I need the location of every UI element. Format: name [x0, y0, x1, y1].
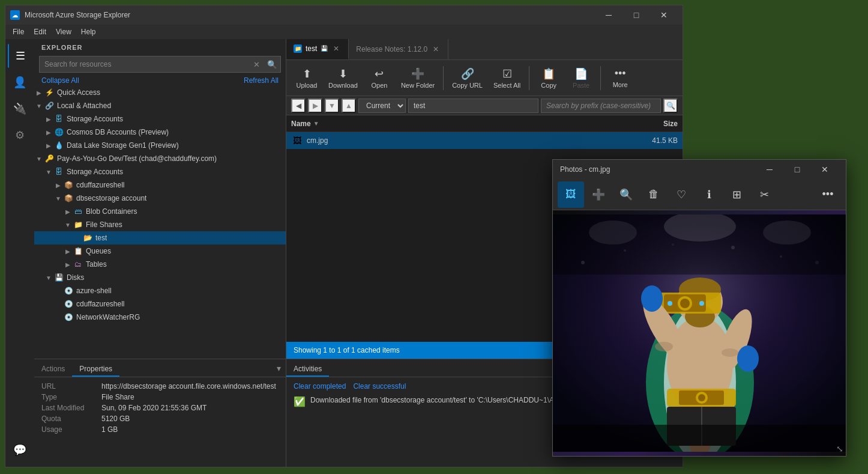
tree-quick-access[interactable]: ▶ ⚡ Quick Access: [34, 86, 286, 99]
select-all-button[interactable]: ☑ Select All: [489, 62, 525, 94]
chevron-icon: ▶: [63, 258, 73, 271]
menu-view[interactable]: View: [51, 26, 76, 37]
open-icon: ↩: [375, 67, 384, 81]
chevron-icon: ▶: [44, 139, 53, 152]
search-clear-button[interactable]: ✕: [249, 56, 264, 73]
open-button[interactable]: ↩ Open: [364, 62, 395, 94]
svg-point-18: [680, 299, 690, 308]
tab-test-label: test: [306, 44, 317, 53]
tab-actions[interactable]: Actions: [34, 362, 72, 377]
select-all-label: Select All: [493, 82, 520, 89]
copy-button[interactable]: 📋 Copy: [533, 62, 564, 94]
sidebar-account-btn[interactable]: 👤: [8, 70, 32, 94]
tree-cosmos-db[interactable]: ▶ 🌐 Cosmos DB Accounts (Preview): [34, 126, 286, 139]
prefix-search-input[interactable]: [541, 99, 661, 113]
up-button[interactable]: ▲: [342, 99, 356, 113]
refresh-all-link[interactable]: Refresh All: [244, 76, 279, 85]
chevron-down-icon: ▼: [44, 165, 53, 178]
chevron-icon: ▶: [63, 205, 73, 218]
svg-point-27: [641, 285, 663, 312]
chevron-right-icon: ▶: [44, 112, 53, 126]
resize-handle[interactable]: ⤡: [836, 444, 843, 454]
prop-url-key: URL: [41, 382, 101, 390]
photos-content: [553, 210, 846, 456]
tree-networkwatcher[interactable]: 💿 NetworkWatcherRG: [34, 311, 286, 324]
down-button[interactable]: ▼: [325, 99, 339, 113]
tab-properties[interactable]: Properties: [72, 362, 119, 377]
more-button[interactable]: ••• More: [604, 62, 636, 94]
tree-storage-local[interactable]: ▶ 🗄 Storage Accounts: [34, 112, 286, 126]
menu-help[interactable]: Help: [76, 26, 101, 37]
photos-delete-btn[interactable]: 🗑: [640, 181, 667, 208]
photos-more-btn[interactable]: •••: [815, 181, 841, 208]
paste-button[interactable]: 📄 Paste: [565, 62, 597, 94]
tab-test-close[interactable]: ✕: [331, 44, 341, 53]
tree-file-shares[interactable]: ▼ 📁 File Shares: [34, 218, 286, 231]
photos-info-btn[interactable]: ℹ: [696, 181, 722, 208]
tree-tables[interactable]: ▶ 🗂 Tables: [34, 258, 286, 271]
tree-subscription[interactable]: ▼ 🔑 Pay-As-You-Go Dev/Test (chad@chadduf…: [34, 152, 286, 165]
close-button[interactable]: ✕: [650, 5, 678, 25]
table-row[interactable]: 🖼 cm.jpg 41.5 KB: [286, 132, 683, 149]
data-lake-label: Data Lake Storage Gen1 (Preview): [67, 141, 179, 150]
queues-icon: 📋: [73, 246, 83, 257]
tree-blob[interactable]: ▶ 🗃 Blob Containers: [34, 205, 286, 218]
tree-storage-sub[interactable]: ▼ 🗄 Storage Accounts: [34, 165, 286, 178]
download-button[interactable]: ⬇ Download: [324, 62, 363, 94]
sidebar-connect-btn[interactable]: 🔌: [8, 97, 32, 121]
menu-file[interactable]: File: [8, 26, 29, 37]
upload-button[interactable]: ⬆ Upload: [291, 62, 322, 94]
clear-completed-link[interactable]: Clear completed: [294, 382, 346, 390]
prop-quota-key: Quota: [41, 415, 101, 423]
copy-url-button[interactable]: 🔗 Copy URL: [447, 62, 487, 94]
tree-azure-shell[interactable]: 💿 azure-shell: [34, 284, 286, 297]
tree-data-lake[interactable]: ▶ 💧 Data Lake Storage Gen1 (Preview): [34, 139, 286, 152]
tab-release[interactable]: Release Notes: 1.12.0 ✕: [349, 39, 448, 59]
forward-button[interactable]: ▶: [308, 99, 322, 113]
photos-minimize-btn[interactable]: ─: [756, 160, 783, 179]
tab-activities[interactable]: Activities: [286, 362, 329, 377]
maximize-button[interactable]: □: [622, 5, 650, 25]
svg-point-29: [655, 342, 673, 351]
quick-access-icon: ⚡: [44, 87, 55, 98]
path-input[interactable]: [408, 99, 538, 113]
sidebar-feedback-btn[interactable]: 💬: [8, 438, 32, 462]
tree-cduffazure2[interactable]: 💿 cduffazureshell: [34, 297, 286, 311]
local-attached-icon: 🔗: [44, 100, 55, 111]
tree-local-attached[interactable]: ▼ 🔗 Local & Attached: [34, 99, 286, 112]
azure-shell-label: azure-shell: [76, 287, 112, 295]
photos-heart-btn[interactable]: ♡: [668, 181, 695, 208]
networkwatcher-label: NetworkWatcherRG: [76, 313, 140, 321]
tree-cduff[interactable]: ▶ 📦 cduffazureshell: [34, 178, 286, 192]
tree-dbsec[interactable]: ▼ 📦 dbsecstorage account: [34, 192, 286, 205]
sidebar-settings-btn[interactable]: ⚙: [8, 123, 32, 147]
action-bar: Collapse All Refresh All: [34, 75, 286, 86]
disks-icon: 💾: [53, 272, 64, 283]
photos-edit-btn[interactable]: ✂: [751, 181, 777, 208]
search-submit-button[interactable]: 🔍: [264, 56, 280, 73]
photos-gallery-btn[interactable]: 🖼: [558, 181, 584, 208]
chevron-down-icon: ▼: [53, 192, 63, 205]
sidebar-icons: ☰ 👤 🔌 ⚙ 💬: [5, 39, 34, 467]
minimize-button[interactable]: ─: [595, 5, 622, 25]
panel-dropdown[interactable]: ▾: [277, 363, 281, 373]
tree-queues[interactable]: ▶ 📋 Queues: [34, 245, 286, 258]
photos-maximize-btn[interactable]: □: [783, 160, 811, 179]
photos-close-btn[interactable]: ✕: [811, 160, 839, 179]
tab-release-close[interactable]: ✕: [431, 44, 441, 54]
back-button[interactable]: ◀: [291, 99, 306, 113]
clear-successful-link[interactable]: Clear successful: [353, 382, 406, 390]
photos-crop-btn[interactable]: ⊞: [723, 181, 750, 208]
tree-disks[interactable]: ▼ 💾 Disks: [34, 271, 286, 284]
menu-edit[interactable]: Edit: [29, 26, 51, 37]
collapse-all-link[interactable]: Collapse All: [41, 76, 79, 85]
photos-zoom-btn[interactable]: 🔍: [613, 181, 639, 208]
search-input[interactable]: [40, 60, 249, 68]
tab-test[interactable]: 📁 test 💾 ✕: [286, 39, 349, 59]
tree-test-share[interactable]: 📂 test: [34, 231, 286, 245]
search-go-button[interactable]: 🔍: [663, 99, 678, 113]
photos-add-btn[interactable]: ➕: [585, 181, 612, 208]
sidebar-explorer-btn[interactable]: ☰: [8, 44, 32, 68]
current-dropdown[interactable]: Current: [358, 99, 406, 113]
new-folder-button[interactable]: ➕ New Folder: [396, 62, 439, 94]
